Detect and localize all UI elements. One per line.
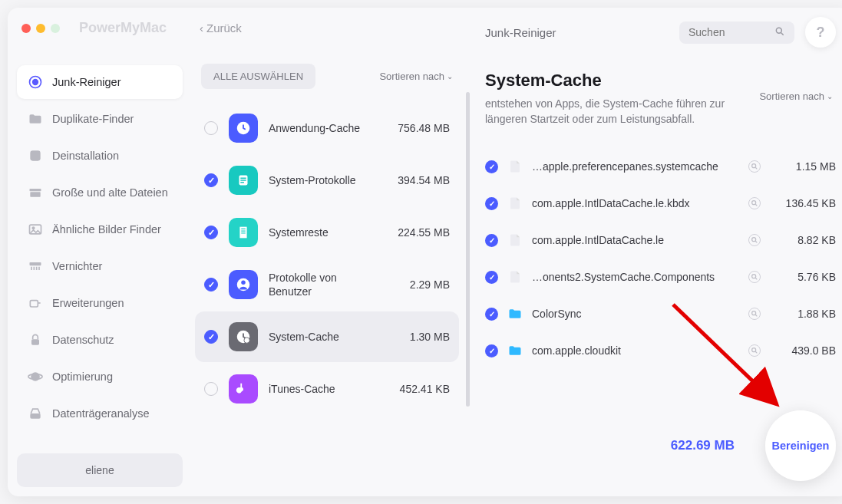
file-icon — [507, 269, 523, 285]
sort-dropdown-detail[interactable]: Sortieren nach ⌄ — [759, 91, 833, 102]
reveal-icon[interactable] — [748, 160, 761, 173]
search-field[interactable] — [679, 21, 794, 44]
file-size: 136.45 KB — [770, 197, 836, 209]
sidebar-item-large-files[interactable]: Große und alte Dateien — [17, 176, 183, 209]
file-row[interactable]: ColorSync1.88 KB — [485, 295, 836, 332]
image-icon — [28, 222, 43, 237]
checkbox[interactable] — [204, 278, 218, 292]
file-size: 1.15 MB — [770, 160, 836, 173]
svg-point-22 — [752, 275, 756, 278]
category-row[interactable]: Systemreste224.55 MB — [195, 207, 459, 258]
reveal-icon[interactable] — [748, 271, 761, 283]
category-row[interactable]: System-Cache1.30 MB — [195, 311, 459, 362]
category-size: 1.30 MB — [385, 331, 450, 343]
checkbox[interactable] — [485, 308, 498, 321]
category-row[interactable]: iTunes-Cache452.41 KB — [195, 364, 459, 414]
svg-point-6 — [32, 227, 35, 229]
checkbox[interactable] — [485, 344, 498, 357]
back-button[interactable]: ‹ Zurück — [192, 17, 462, 39]
svg-rect-7 — [30, 262, 41, 265]
svg-point-24 — [752, 348, 756, 352]
category-size: 394.54 MB — [385, 174, 450, 186]
sidebar-item-privacy[interactable]: Datenschutz — [17, 323, 183, 357]
folder-icon — [28, 111, 43, 127]
checkbox[interactable] — [204, 382, 218, 396]
reveal-icon[interactable] — [748, 344, 761, 357]
category-row[interactable]: System-Protokolle394.54 MB — [195, 155, 459, 206]
search-input[interactable] — [688, 26, 768, 38]
file-name: …apple.preferencepanes.systemcache — [532, 160, 739, 173]
checkbox[interactable] — [204, 173, 218, 187]
sidebar-item-extensions[interactable]: Erweiterungen — [17, 286, 183, 320]
file-row[interactable]: …apple.preferencepanes.systemcache1.15 M… — [485, 148, 836, 185]
checkbox[interactable] — [485, 160, 498, 173]
maximize-dot[interactable] — [51, 24, 60, 33]
svg-rect-4 — [30, 192, 40, 197]
category-icon — [229, 374, 258, 404]
chevron-down-icon: ⌄ — [827, 92, 833, 100]
category-name: System-Cache — [269, 330, 374, 344]
sort-label: Sortieren nach — [379, 71, 444, 82]
category-icon — [229, 218, 258, 247]
category-row[interactable]: Anwendung-Cache756.48 MB — [195, 103, 459, 153]
select-all-button[interactable]: ALLE AUSWÄHLEN — [201, 64, 315, 89]
category-size: 452.41 KB — [385, 383, 450, 395]
total-size: 622.69 MB — [671, 438, 735, 453]
checkbox[interactable] — [485, 197, 498, 210]
file-row[interactable]: com.apple.IntlDataCache.le.kbdx136.45 KB — [485, 185, 836, 222]
target-icon — [28, 74, 43, 90]
sidebar-item-similar-images[interactable]: Ähnliche Bilder Finder — [17, 212, 183, 246]
svg-point-20 — [752, 201, 756, 205]
sidebar-item-label: Optimierung — [52, 371, 113, 383]
file-name: …onents2.SystemCache.Components — [532, 271, 739, 283]
close-dot[interactable] — [21, 24, 31, 33]
sidebar-item-optimize[interactable]: Optimierung — [17, 360, 183, 394]
sidebar-item-duplicates[interactable]: Duplikate-Finder — [17, 102, 183, 136]
category-name: iTunes-Cache — [269, 382, 374, 396]
sidebar-item-label: Große und alte Dateien — [52, 186, 168, 199]
svg-rect-3 — [30, 189, 41, 191]
svg-rect-9 — [31, 339, 39, 345]
chevron-left-icon: ‹ — [200, 21, 203, 35]
user-pill[interactable]: eliene — [17, 453, 183, 487]
reveal-icon[interactable] — [748, 308, 761, 320]
svg-point-17 — [244, 338, 249, 343]
category-list: Anwendung-Cache756.48 MBSystem-Protokoll… — [192, 103, 462, 414]
archive-icon — [28, 185, 43, 200]
file-name: com.apple.cloudkit — [532, 344, 739, 357]
checkbox[interactable] — [485, 271, 498, 284]
category-name: Anwendung-Cache — [269, 121, 374, 135]
svg-point-19 — [752, 164, 756, 168]
category-size: 224.55 MB — [385, 226, 450, 239]
file-row[interactable]: …onents2.SystemCache.Components5.76 KB — [485, 259, 836, 295]
sort-dropdown[interactable]: Sortieren nach ⌄ — [379, 71, 453, 82]
checkbox[interactable] — [204, 330, 218, 344]
file-size: 1.88 KB — [770, 308, 836, 320]
window-controls[interactable]: PowerMyMac — [17, 17, 183, 36]
file-row[interactable]: com.apple.IntlDataCache.le8.82 KB — [485, 222, 836, 259]
sidebar-nav: Junk-Reiniger Duplikate-Finder Deinstall… — [17, 65, 183, 453]
category-icon — [229, 166, 258, 195]
chevron-down-icon: ⌄ — [447, 72, 453, 81]
checkbox[interactable] — [204, 121, 218, 135]
category-icon — [229, 322, 258, 351]
checkbox[interactable] — [204, 226, 218, 239]
file-row[interactable]: com.apple.cloudkit439.0 BB — [485, 332, 836, 369]
sidebar-item-uninstall[interactable]: Deinstallation — [17, 139, 183, 173]
clean-button[interactable]: Bereinigen — [765, 410, 836, 481]
file-size: 5.76 KB — [770, 271, 836, 283]
minimize-dot[interactable] — [36, 24, 45, 33]
reveal-icon[interactable] — [748, 197, 761, 209]
sidebar-item-disk[interactable]: Datenträgeranalyse — [17, 397, 183, 430]
sidebar-item-label: Duplikate-Finder — [52, 113, 134, 125]
sidebar-item-junk[interactable]: Junk-Reiniger — [17, 65, 183, 99]
category-size: 756.48 MB — [385, 122, 450, 134]
category-row[interactable]: Protokolle von Benutzer2.29 MB — [195, 259, 459, 310]
svg-point-21 — [752, 238, 756, 242]
checkbox[interactable] — [485, 234, 498, 247]
reveal-icon[interactable] — [748, 234, 761, 246]
help-button[interactable]: ? — [805, 17, 836, 48]
folder-icon — [507, 343, 523, 358]
sidebar-item-shredder[interactable]: Vernichter — [17, 249, 183, 283]
file-icon — [507, 232, 523, 248]
